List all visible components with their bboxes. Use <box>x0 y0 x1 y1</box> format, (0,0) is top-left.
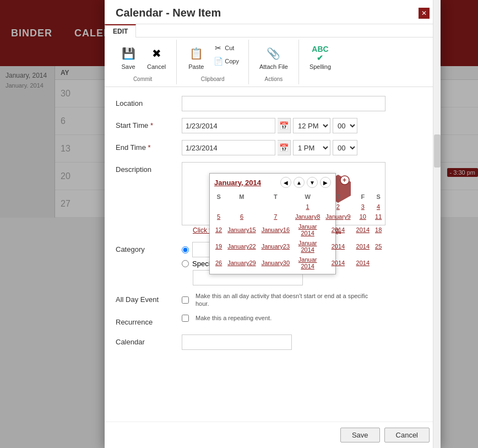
tab-edit[interactable]: EDIT <box>105 24 136 37</box>
end-date-input[interactable] <box>182 140 275 155</box>
spelling-button[interactable]: ABC✔ Spelling <box>306 42 335 73</box>
cal-day[interactable]: 10 <box>354 212 372 221</box>
save-ribbon-button[interactable]: 💾 Save <box>116 42 141 73</box>
cal-day[interactable]: January8 <box>293 212 322 221</box>
ribbon-tabs: EDIT <box>105 24 441 37</box>
scrollbar-track[interactable] <box>433 0 441 448</box>
cancel-icon: ✖ <box>148 45 165 62</box>
cal-day[interactable]: Januar 2014 <box>293 222 322 238</box>
recurrence-checkbox-group: Make this a repeating event. <box>182 315 271 322</box>
cal-day[interactable]: January30 <box>259 255 292 271</box>
mini-cal-up-button[interactable]: ▲ <box>294 177 305 188</box>
cal-day[interactable]: January9 <box>323 212 352 221</box>
copy-label: Copy <box>225 58 239 64</box>
allday-checkbox[interactable] <box>182 296 189 304</box>
cal-day[interactable] <box>213 202 224 211</box>
cal-day[interactable]: 2014 <box>323 239 352 254</box>
actions-group-label: Actions <box>265 76 283 82</box>
form-cancel-button[interactable]: Cancel <box>384 428 430 442</box>
cal-day[interactable]: January22 <box>225 239 258 254</box>
cal-day[interactable]: January15 <box>225 222 258 238</box>
calendar-control <box>182 334 430 350</box>
start-hour-select[interactable]: 12 PM 1 PM 2 PM <box>293 118 330 133</box>
cal-day[interactable]: 19 <box>213 239 224 254</box>
spelling-label: Spelling <box>309 63 331 70</box>
cal-header-t1: T <box>259 192 292 201</box>
mini-cal-title[interactable]: January, 2014 <box>214 179 261 187</box>
calendar-input[interactable] <box>182 334 292 350</box>
modal-close-button[interactable]: ✕ <box>419 8 430 19</box>
copy-button[interactable]: 📄 Copy <box>211 55 242 67</box>
cal-day[interactable]: 3 <box>354 202 372 211</box>
cal-day[interactable]: 1 <box>293 202 322 211</box>
cal-day[interactable]: 4 <box>373 202 384 211</box>
cal-day[interactable]: 11 <box>373 212 384 221</box>
paste-button[interactable]: 📋 Paste <box>183 42 209 73</box>
description-control: + January, 2014 ◀ ▲ ▼ ▶ <box>182 162 385 235</box>
ribbon-group-spelling: ABC✔ Spelling <box>299 40 341 84</box>
cancel-ribbon-button[interactable]: ✖ Cancel <box>143 42 170 73</box>
cal-header-s1: S <box>213 192 224 201</box>
cal-header-t2: T <box>323 192 352 201</box>
calendar-row-label: Calendar <box>116 334 182 346</box>
allday-note: Make this an all day activity that doesn… <box>195 292 372 308</box>
attach-label: Attach File <box>259 63 288 70</box>
cal-day[interactable]: 6 <box>225 212 258 221</box>
spelling-buttons: ABC✔ Spelling <box>306 42 335 73</box>
save-label: Save <box>121 63 135 70</box>
end-hour-select[interactable]: 1 PM 2 PM 12 PM <box>293 140 330 155</box>
form-save-button[interactable]: Save <box>340 428 380 442</box>
cal-day[interactable]: 26 <box>213 255 224 271</box>
actions-buttons: 📎 Attach File <box>256 42 292 73</box>
scrollbar-thumb[interactable] <box>434 134 441 168</box>
category-radio-own[interactable] <box>182 260 189 267</box>
cal-day[interactable]: January16 <box>259 222 292 238</box>
category-radio-select[interactable] <box>182 246 189 253</box>
start-min-select[interactable]: 00 15 30 45 <box>333 118 357 133</box>
cal-day[interactable]: Januar 2014 <box>293 255 322 271</box>
cal-day[interactable] <box>225 202 258 211</box>
description-label: Description <box>116 162 182 174</box>
cal-day[interactable]: 2014 <box>323 255 352 271</box>
form-actions: Save Cancel <box>105 422 441 448</box>
ribbon-group-actions: 📎 Attach File Actions <box>249 40 299 84</box>
cal-day[interactable]: 2 <box>323 202 352 211</box>
cal-day[interactable]: Januar 2014 <box>293 239 322 254</box>
mini-cal-header: January, 2014 ◀ ▲ ▼ ▶ <box>212 176 333 189</box>
end-date-picker-button[interactable]: 📅 <box>278 140 291 155</box>
cal-day[interactable]: 7 <box>259 212 292 221</box>
svg-text:+: + <box>343 176 346 184</box>
cal-day[interactable]: January29 <box>225 255 258 271</box>
cal-day[interactable]: 25 <box>373 239 384 254</box>
cal-header-m: M <box>225 192 258 201</box>
mini-cal-prev-button[interactable]: ◀ <box>280 177 291 188</box>
cal-day[interactable]: 2014 <box>354 222 372 238</box>
category-label: Category <box>116 242 182 253</box>
recurrence-checkbox[interactable] <box>182 315 189 322</box>
start-date-input[interactable] <box>182 118 275 133</box>
modal-dialog: Calendar - New Item ✕ EDIT 💾 Save ✖ Canc… <box>105 0 441 448</box>
mini-calendar-popup: January, 2014 ◀ ▲ ▼ ▶ S M T <box>209 173 336 274</box>
cal-day[interactable]: 18 <box>373 222 384 238</box>
cut-icon: ✂ <box>214 44 222 52</box>
attach-file-button[interactable]: 📎 Attach File <box>256 42 292 73</box>
commit-group-label: Commit <box>133 76 152 82</box>
cal-day[interactable]: 2014 <box>354 239 372 254</box>
end-min-select[interactable]: 00 15 30 45 <box>333 140 357 155</box>
cal-day[interactable]: 2014 <box>323 222 352 238</box>
cal-day[interactable]: 2014 <box>354 255 372 271</box>
cal-day[interactable]: January23 <box>259 239 292 254</box>
location-input[interactable] <box>182 96 385 111</box>
cancel-label: Cancel <box>147 63 166 70</box>
recurrence-note: Make this a repeating event. <box>195 315 271 321</box>
cal-day[interactable] <box>373 255 384 271</box>
start-date-picker-button[interactable]: 📅 <box>278 118 291 133</box>
end-time-control: 📅 1 PM 2 PM 12 PM 00 15 30 45 <box>182 140 430 155</box>
commit-buttons: 💾 Save ✖ Cancel <box>116 42 170 73</box>
cut-button[interactable]: ✂ Cut <box>211 42 242 54</box>
cal-day[interactable] <box>259 202 292 211</box>
mini-cal-next-button[interactable]: ▶ <box>320 177 331 188</box>
mini-cal-down-button[interactable]: ▼ <box>307 177 318 188</box>
cal-day[interactable]: 5 <box>213 212 224 221</box>
cal-day[interactable]: 12 <box>213 222 224 238</box>
